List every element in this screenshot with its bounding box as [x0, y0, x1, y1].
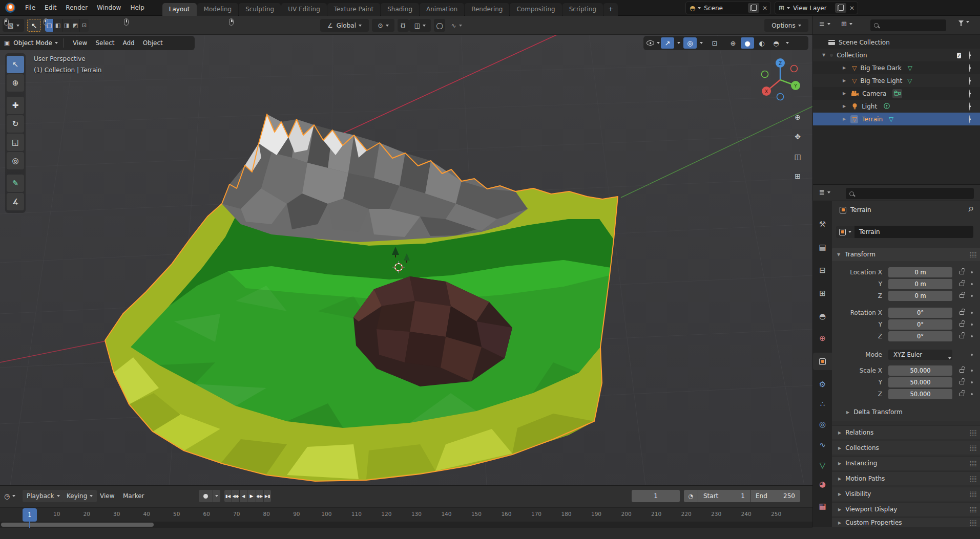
panel-visibility[interactable]: ▶Visibility⣿⣿ [832, 487, 980, 501]
animate-dot[interactable] [971, 283, 973, 285]
tab-texture[interactable]: ▦ [813, 498, 832, 515]
timeline-ruler[interactable]: 1 10203040506070809010011012013014015016… [0, 507, 812, 522]
tab-scene[interactable]: ◓ [813, 308, 832, 325]
gizmo-toggle[interactable]: ↗ [661, 37, 674, 49]
active-tool-preview[interactable]: ↖ [27, 19, 41, 32]
menu-window[interactable]: Window [92, 2, 126, 13]
tab-world[interactable]: ⊕ [813, 330, 832, 347]
workspace-tab-compositing[interactable]: Compositing [510, 3, 561, 16]
gizmo-dropdown[interactable] [677, 42, 680, 44]
workspace-tab-shading[interactable]: Shading [381, 3, 419, 16]
scale-x-field[interactable]: 50.000 [888, 365, 952, 376]
rotation-z-field[interactable]: 0° [888, 331, 952, 341]
workspace-tab-uv-editing[interactable]: UV Editing [281, 3, 327, 16]
shading-dropdown[interactable] [786, 42, 789, 44]
drag-handle-icon[interactable]: ⣿⣿ [969, 460, 976, 467]
tool-annotate[interactable]: ✎ [7, 175, 24, 192]
pivot-point-dropdown[interactable]: ⊙ [372, 19, 394, 32]
animate-dot[interactable] [971, 312, 973, 314]
select-mode-subtract[interactable]: ◨ [62, 19, 71, 32]
viewport-menu-add[interactable]: Add [118, 39, 138, 47]
animate-dot[interactable] [971, 381, 973, 383]
new-scene-button[interactable] [748, 3, 759, 13]
tool-measure[interactable]: ∡ [7, 193, 24, 210]
scale-z-field[interactable]: 50.000 [888, 389, 952, 399]
drag-handle-icon[interactable]: ⣿⣿ [969, 445, 976, 451]
select-mode-intersect[interactable]: ⊡ [80, 19, 89, 32]
pan-icon[interactable]: ✥ [791, 130, 804, 143]
outliner-filter-button[interactable] [958, 20, 969, 24]
lock-icon[interactable] [960, 335, 964, 338]
drag-handle-icon[interactable]: ⣿⣿ [969, 429, 976, 436]
tab-object-data[interactable]: ▽ [813, 457, 832, 474]
viewport-menu-object[interactable]: Object [139, 39, 167, 47]
view-layer-name[interactable]: View Layer [793, 5, 827, 12]
hide-icon[interactable] [969, 64, 970, 72]
xray-toggle[interactable]: ⊡ [708, 37, 721, 49]
lock-icon[interactable] [960, 381, 964, 384]
view-layer-selector[interactable]: ⊞ View Layer ✕ [775, 2, 858, 14]
add-workspace-button[interactable]: + [603, 3, 618, 16]
mode-dropdown[interactable]: ▣ Object Mode [4, 39, 58, 47]
outliner-row-collection[interactable]: ▼ Collection ✓ [813, 49, 980, 61]
shading-rendered-button[interactable]: ◓ [769, 37, 783, 49]
auto-keying-toggle[interactable] [199, 490, 213, 502]
animate-dot[interactable] [971, 335, 973, 337]
shading-material-button[interactable]: ◐ [755, 37, 768, 49]
outliner-row-big-tree-light[interactable]: ▶ ▽ Big Tree Light ▽ [813, 74, 980, 87]
tool-select-box[interactable]: ↖ [7, 56, 24, 73]
animate-dot[interactable] [971, 295, 973, 297]
lock-icon[interactable] [960, 369, 964, 373]
location-z-field[interactable]: 0 m [888, 291, 952, 301]
viewport-3d[interactable]: ▣ Object Mode View Select Add Object ↗ ◎… [0, 35, 812, 485]
hide-icon[interactable] [969, 103, 970, 110]
drag-handle-icon[interactable]: ⣿⣿ [969, 251, 976, 258]
transform-panel-header[interactable]: ▼ Transform ⣿⣿ [832, 248, 980, 261]
tab-object[interactable] [813, 353, 832, 370]
tab-constraints[interactable]: ∿ [813, 436, 832, 454]
select-mode-invert[interactable]: ◩ [71, 19, 80, 32]
lock-icon[interactable] [960, 283, 964, 286]
options-dropdown[interactable]: Options [764, 19, 808, 32]
workspace-tab-animation[interactable]: Animation [420, 3, 464, 16]
play-reverse-button[interactable]: ◀ [240, 490, 247, 502]
properties-editor-type-button[interactable]: ≣ [819, 188, 830, 196]
workspace-tab-layout[interactable]: Layout [162, 3, 197, 16]
tab-modifiers[interactable]: ⚙ [813, 376, 832, 393]
hide-icon[interactable] [969, 77, 970, 84]
scene-selector[interactable]: ◓ Scene ✕ [685, 2, 771, 14]
auto-keying-dropdown[interactable] [213, 490, 220, 502]
rotation-y-field[interactable]: 0° [888, 319, 952, 330]
scrollbar-handle[interactable] [1, 523, 154, 527]
outliner-row-light[interactable]: ▶ Light [813, 100, 980, 113]
outliner-display-mode-button[interactable]: ⊞ [841, 20, 852, 28]
navigation-gizmo[interactable]: Z Y X [757, 57, 803, 103]
workspace-tab-sculpting[interactable]: Sculpting [239, 3, 281, 16]
expand-icon[interactable]: ▶ [843, 66, 846, 70]
panel-custom-properties[interactable]: ▶Custom Properties⣿⣿ [832, 518, 980, 527]
tool-scale[interactable]: ◱ [7, 134, 24, 151]
menu-render[interactable]: Render [61, 2, 92, 13]
pin-icon[interactable]: ⚲ [966, 205, 975, 214]
outliner-row-terrain[interactable]: ▶ ▽ Terrain ▽ [813, 113, 980, 125]
end-frame-field[interactable]: End250 [750, 490, 800, 502]
marker-menu[interactable]: Marker [123, 490, 144, 502]
animate-dot[interactable] [971, 370, 973, 372]
workspace-tab-texture-paint[interactable]: Texture Paint [327, 3, 380, 16]
current-frame-field[interactable]: 1 [632, 490, 680, 502]
tool-transform[interactable]: ◎ [7, 152, 24, 169]
snap-target-dropdown[interactable]: ◫ [409, 19, 431, 32]
expand-icon[interactable]: ▶ [843, 117, 846, 121]
proportional-editing-toggle[interactable]: ◯ [434, 19, 445, 32]
lock-icon[interactable] [960, 294, 964, 298]
panel-motion-paths[interactable]: ▶Motion Paths⣿⣿ [832, 471, 980, 485]
playback-menu[interactable]: Playback [23, 490, 64, 502]
expand-icon[interactable]: ▶ [843, 104, 846, 109]
tool-move[interactable]: ✚ [7, 97, 24, 114]
playhead[interactable]: 1 [23, 508, 37, 522]
location-y-field[interactable]: 0 m [888, 279, 952, 289]
hide-icon[interactable] [969, 52, 970, 59]
tab-render[interactable]: ▤ [813, 239, 832, 256]
new-view-layer-button[interactable] [835, 3, 846, 13]
play-button[interactable]: ▶ [247, 490, 256, 502]
